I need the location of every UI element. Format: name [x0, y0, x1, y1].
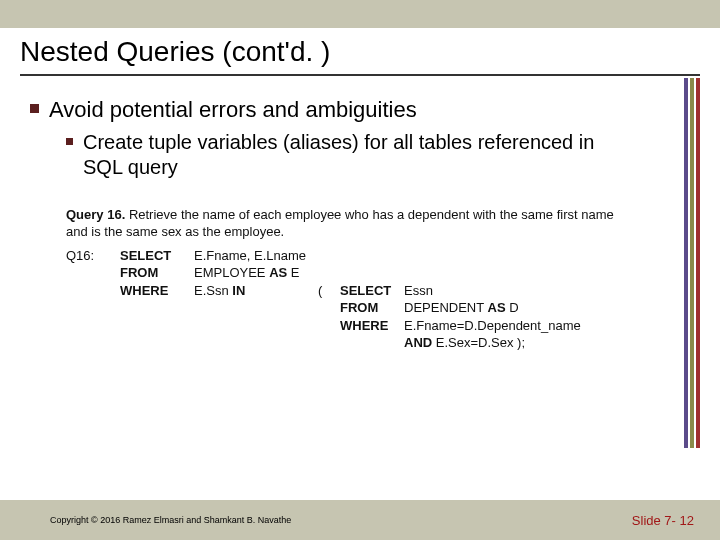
page-title: Nested Queries (cont'd. )	[20, 36, 700, 74]
top-band	[0, 0, 720, 28]
query-number: Q16:	[66, 247, 116, 265]
bullet-icon	[30, 104, 39, 113]
bullet-level2: Create tuple variables (aliases) for all…	[66, 130, 626, 180]
title-area: Nested Queries (cont'd. )	[0, 28, 720, 78]
stripe-olive	[690, 78, 694, 448]
query-block: Query 16. Retrieve the name of each empl…	[66, 206, 626, 352]
bullet-icon	[66, 138, 73, 145]
kw-and: AND	[404, 335, 432, 350]
copyright: Copyright © 2016 Ramez Elmasri and Shamk…	[50, 515, 291, 525]
kw-in: IN	[232, 283, 245, 298]
kw-as: AS	[269, 265, 287, 280]
stripe-purple	[684, 78, 688, 448]
inner-select: Essn	[404, 282, 574, 300]
query-description: Retrieve the name of each employee who h…	[66, 207, 614, 240]
slide: Nested Queries (cont'd. ) Avoid potentia…	[0, 0, 720, 540]
bullet-level1: Avoid potential errors and ambiguities	[30, 96, 690, 124]
title-rule	[20, 74, 700, 76]
kw-as-inner: AS	[488, 300, 506, 315]
outer-from: EMPLOYEE AS E	[194, 264, 314, 282]
stripe-red	[696, 78, 700, 448]
kw-select-inner: SELECT	[340, 282, 400, 300]
kw-from: FROM	[120, 264, 190, 282]
inner-where: E.Fname=D.Dependent_name	[404, 317, 574, 335]
outer-where: E.Ssn IN	[194, 282, 314, 300]
footer: Copyright © 2016 Ramez Elmasri and Shamk…	[0, 500, 720, 540]
outer-select: E.Fname, E.Lname	[194, 247, 314, 265]
body-area: Avoid potential errors and ambiguities C…	[0, 78, 720, 448]
bullet-level1-text: Avoid potential errors and ambiguities	[49, 96, 417, 124]
kw-select: SELECT	[120, 247, 190, 265]
query-title: Query 16. Retrieve the name of each empl…	[66, 206, 626, 241]
kw-from-inner: FROM	[340, 299, 400, 317]
bullet-level2-text: Create tuple variables (aliases) for all…	[83, 130, 626, 180]
open-paren: (	[318, 282, 336, 300]
query-label: Query 16.	[66, 207, 125, 222]
kw-where-inner: WHERE	[340, 317, 400, 335]
sql-grid: Q16: SELECT E.Fname, E.Lname FROM EMPLOY…	[66, 247, 626, 352]
inner-and: AND E.Sex=D.Sex );	[404, 334, 574, 352]
side-stripes	[684, 78, 700, 448]
slide-number: Slide 7- 12	[632, 513, 694, 528]
inner-from: DEPENDENT AS D	[404, 299, 574, 317]
kw-where: WHERE	[120, 282, 190, 300]
